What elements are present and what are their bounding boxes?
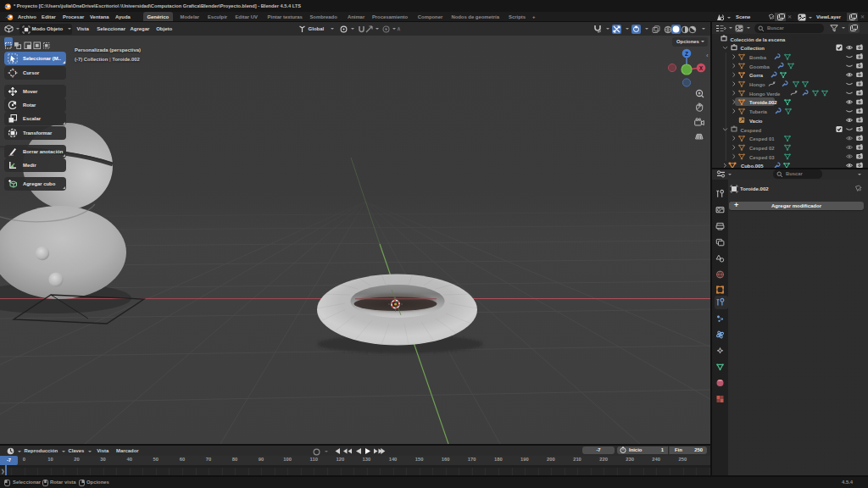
svg-text:Gorra: Gorra: [749, 73, 764, 78]
svg-text:Cesped 02: Cesped 02: [749, 146, 775, 151]
svg-text:Goomba: Goomba: [749, 64, 771, 69]
svg-text:Hongo: Hongo: [749, 82, 765, 87]
svg-text:Cesped 03: Cesped 03: [749, 155, 775, 160]
svg-text:Vacio: Vacio: [749, 119, 763, 124]
svg-text:Bomba: Bomba: [749, 55, 767, 60]
svg-text:Tuberia: Tuberia: [749, 109, 768, 114]
svg-text:Toroide.002: Toroide.002: [749, 100, 777, 105]
svg-text:Colección de la escena: Colección de la escena: [731, 37, 787, 42]
svg-text:Hongo Verde: Hongo Verde: [749, 92, 781, 97]
svg-text:Cespeed: Cespeed: [741, 128, 762, 133]
svg-text:Z: Z: [685, 51, 688, 57]
svg-text:X: X: [699, 65, 704, 71]
svg-text:Collection: Collection: [741, 46, 765, 51]
svg-text:Cesped 01: Cesped 01: [749, 136, 775, 141]
